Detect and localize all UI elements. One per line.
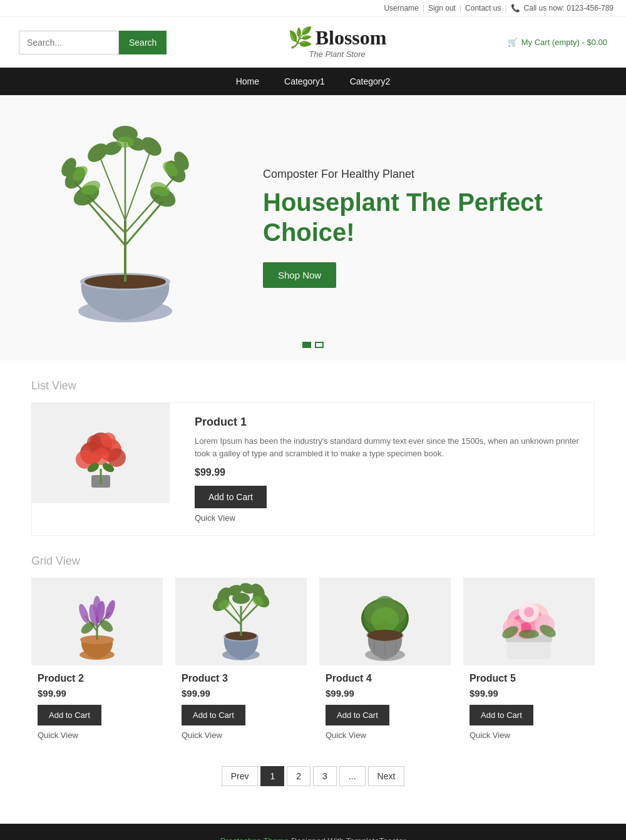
pagination-page-1[interactable]: 1	[260, 766, 284, 786]
pagination-page-3[interactable]: 3	[313, 766, 337, 786]
grid-item-product5: Product 5 $99.99 Add to Cart Quick View	[463, 578, 595, 747]
product5-details: Product 5 $99.99 Add to Cart Quick View	[463, 665, 595, 747]
grid-item-product3: Product 3 $99.99 Add to Cart Quick View	[175, 578, 307, 747]
grid-view: Product 2 $99.99 Add to Cart Quick View	[31, 578, 595, 747]
svg-point-33	[92, 448, 110, 465]
pagination-page-2[interactable]: 2	[287, 766, 310, 786]
hero-content: Composter For Healthy Planet Houseplant …	[225, 168, 588, 288]
product1-details: Product 1 Lorem Ipsum has been the indus…	[188, 403, 594, 535]
top-bar: Username | Sign out | Contact us | 📞 Cal…	[0, 0, 626, 17]
products-section: List View Product 1 Lorem Ipsum has been	[0, 361, 626, 824]
svg-point-79	[367, 630, 403, 641]
svg-line-4	[88, 202, 125, 245]
product4-add-to-cart[interactable]: Add to Cart	[326, 705, 389, 725]
svg-point-48	[93, 596, 101, 616]
cart-area[interactable]: 🛒 My Cart (empty) - $0.00	[508, 38, 607, 47]
product5-quick-view[interactable]: Quick View	[470, 730, 588, 740]
logo-name: Blossom	[316, 26, 387, 49]
product3-quick-view[interactable]: Quick View	[182, 730, 300, 740]
svg-point-91	[524, 607, 534, 617]
grid-view-title: Grid View	[31, 555, 595, 568]
nav-category1[interactable]: Category1	[284, 76, 325, 86]
header: Search 🌿Blossom The Plant Store 🛒 My Car…	[0, 17, 626, 68]
hero-title: Houseplant The Perfect Choice!	[263, 187, 588, 247]
nav-category2[interactable]: Category2	[350, 76, 391, 86]
phone-text: Call us now: 0123-456-789	[524, 4, 613, 13]
product1-description: Lorem Ipsum has been the industry's stan…	[195, 435, 588, 459]
hero-dot-1[interactable]	[302, 342, 311, 348]
pagination-ellipsis: ...	[339, 766, 366, 786]
svg-point-24	[116, 136, 134, 148]
pagination-next[interactable]: Next	[368, 766, 405, 786]
contact-link[interactable]: Contact us	[465, 4, 501, 13]
nav-bar: Home Category1 Category2	[0, 68, 626, 95]
username-link[interactable]: Username	[384, 4, 418, 13]
nav-home[interactable]: Home	[236, 76, 259, 86]
logo-leaf-icon: 🌿	[288, 26, 313, 49]
pagination: Prev 1 2 3 ... Next	[31, 766, 595, 786]
product4-details: Product 4 $99.99 Add to Cart Quick View	[319, 665, 451, 747]
grid-item-product2: Product 2 $99.99 Add to Cart Quick View	[31, 578, 163, 747]
svg-line-5	[125, 202, 163, 245]
product5-price: $99.99	[470, 688, 588, 699]
plant-svg	[38, 120, 213, 333]
logo[interactable]: 🌿Blossom The Plant Store	[288, 26, 387, 59]
svg-point-34	[87, 435, 102, 450]
product5-image	[463, 578, 595, 665]
grid-item-product4: Product 4 $99.99 Add to Cart Quick View	[319, 578, 451, 747]
product2-price: $99.99	[38, 688, 156, 699]
product3-add-to-cart[interactable]: Add to Cart	[182, 705, 245, 725]
product5-add-to-cart[interactable]: Add to Cart	[470, 705, 533, 725]
hero-subtitle: Composter For Healthy Planet	[263, 168, 588, 181]
product4-price: $99.99	[326, 688, 444, 699]
product1-image	[32, 403, 170, 503]
product2-name: Product 2	[38, 673, 156, 684]
signout-link[interactable]: Sign out	[428, 4, 456, 13]
svg-point-32	[107, 448, 126, 467]
footer-text: Designed With TemplateToaster	[289, 836, 406, 840]
pagination-prev[interactable]: Prev	[222, 766, 259, 786]
product2-details: Product 2 $99.99 Add to Cart Quick View	[31, 665, 163, 747]
svg-point-78	[371, 607, 399, 632]
search-button[interactable]: Search	[119, 31, 167, 54]
list-view-item: Product 1 Lorem Ipsum has been the indus…	[31, 402, 595, 536]
product1-name: Product 1	[195, 416, 588, 429]
hero-plant-image	[38, 120, 225, 335]
product1-price: $99.99	[195, 467, 588, 478]
cart-text: My Cart (empty) - $0.00	[521, 38, 607, 47]
product4-name: Product 4	[326, 673, 444, 684]
cart-icon: 🛒	[508, 38, 518, 47]
list-view-title: List View	[31, 379, 595, 392]
product4-quick-view[interactable]: Quick View	[326, 730, 444, 740]
product1-add-to-cart[interactable]: Add to Cart	[195, 486, 267, 508]
search-input[interactable]	[19, 31, 119, 54]
product2-image	[31, 578, 163, 665]
hero-dot-2[interactable]	[315, 342, 324, 348]
footer-brand[interactable]: Prestashop Theme	[220, 836, 289, 840]
search-area: Search	[19, 31, 167, 54]
product1-quick-view[interactable]: Quick View	[195, 513, 588, 523]
product3-details: Product 3 $99.99 Add to Cart Quick View	[175, 665, 307, 747]
hero-dots	[302, 342, 324, 348]
product3-price: $99.99	[182, 688, 300, 699]
product1-plant-svg	[63, 412, 138, 494]
svg-point-35	[101, 433, 116, 448]
product2-add-to-cart[interactable]: Add to Cart	[38, 705, 101, 725]
product5-name: Product 5	[470, 673, 588, 684]
product2-quick-view[interactable]: Quick View	[38, 730, 156, 740]
phone-icon: 📞	[511, 4, 520, 13]
shop-now-button[interactable]: Shop Now	[263, 262, 336, 288]
footer: Prestashop Theme Designed With TemplateT…	[0, 824, 626, 840]
product3-name: Product 3	[182, 673, 300, 684]
logo-tagline: The Plant Store	[288, 49, 387, 59]
hero-banner: Composter For Healthy Planet Houseplant …	[0, 95, 626, 361]
product4-image	[319, 578, 451, 665]
product3-image	[175, 578, 307, 665]
svg-point-94	[519, 630, 539, 638]
